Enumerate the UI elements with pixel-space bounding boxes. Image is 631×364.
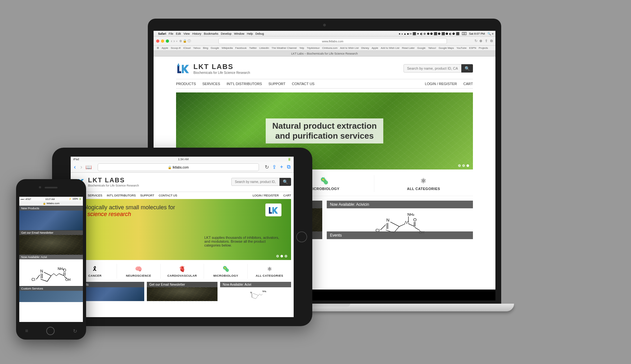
sidebar-icon[interactable]: ▫ [176,39,177,43]
zoom-window-button[interactable] [166,39,169,43]
menu-edit[interactable]: Edit [176,32,181,35]
bookmark-item[interactable]: Google [211,47,219,49]
shield-icon[interactable]: ⊕ 🔒 ⓘ [179,39,191,43]
tab-title[interactable]: LKT Labs – Biochemicals for Life Science… [291,52,358,55]
carousel-dot-active[interactable] [467,164,469,167]
carousel-dot[interactable] [458,164,461,167]
tablet-home-button[interactable] [296,231,307,242]
nav-login[interactable]: LOGIN / REGISTER [425,82,457,86]
bookmark-item[interactable]: iCloud [183,47,191,49]
bookmark-item[interactable]: Wikipedia [222,47,233,49]
bookmark-item[interactable]: Facebook [235,47,246,49]
phone-home-button[interactable] [46,327,55,335]
hero-carousel[interactable]: Biologically active small molecules forl… [73,199,291,260]
category-neuro[interactable]: 🧠 NEUROSCIENCE [117,264,160,279]
app-name[interactable]: Safari [158,32,166,35]
nav-services[interactable]: SERVICES [88,194,102,197]
bookmark-item[interactable]: Disney [361,47,369,49]
bookmark-item[interactable]: Add to Wish List [340,47,359,49]
bookmark-item[interactable]: Yahoo [193,47,200,49]
bookmarks-grid-icon[interactable]: ⊞ [157,47,159,49]
tabs-icon[interactable]: ⧉ [490,39,493,43]
category-all[interactable]: ⚛ ALL CATEGORIES [247,264,291,279]
nav-services[interactable]: SERVICES [202,82,220,86]
bookmark-item[interactable]: Projects [479,47,488,49]
nav-intl[interactable]: INT'L DISTRIBUTORS [227,82,262,86]
bookmark-item[interactable]: Add to Wish List [381,47,399,49]
card-acivicin[interactable]: Now Available: Acivi Cl N NH₂ [19,255,83,286]
bookmark-item[interactable]: Read Later [402,47,415,49]
share-icon[interactable]: ⇪ [272,164,276,170]
bookmark-item[interactable]: YouTube [457,47,467,49]
reload-icon[interactable]: ↻ [475,39,477,43]
search-input[interactable] [404,64,461,73]
nav-login[interactable]: LOGIN / REGISTER [253,194,279,197]
bookmark-item[interactable]: Apple [162,47,168,49]
card-custom-services[interactable]: Custom Services [19,286,83,302]
menubar-date-icon[interactable]: 22 [462,32,467,35]
bookmark-item[interactable]: Google [417,47,426,49]
menubar-icons[interactable]: ♠ ⬧ ▲ ⬟ ∞ ⬛ ★ ◐ ⊕ ⬢ ⬟ ⬛ ⬟ ⬛ ⬟ ◐ ⬟ ⬛ [399,32,459,35]
bookmark-item[interactable]: TripAdvisor [307,47,320,49]
nav-cart[interactable]: CART [283,194,291,197]
back-button[interactable]: ‹ [74,164,76,170]
nav-products[interactable]: PRODUCTS [176,82,196,86]
bookmark-item[interactable]: ESPN [469,47,476,49]
bookmark-item[interactable]: Twitter [249,47,257,49]
nav-intl[interactable]: INT'L DISTRIBUTORS [107,194,136,197]
bookmark-item[interactable]: Google Maps [439,47,454,49]
logo-block[interactable]: LKT LABS Biochemicals for Life Science R… [176,62,250,74]
spotlight-icon[interactable]: 🔍 ≡ [487,32,493,35]
bookmark-item[interactable]: The Weather Channel [271,47,297,49]
bookmark-item[interactable]: LinkedIn [259,47,269,49]
menu-debug[interactable]: Debug [255,32,264,35]
carousel-dot[interactable] [462,164,465,167]
nav-support[interactable]: SUPPORT [268,82,285,86]
card-acivicin[interactable]: Now Available: Acivi N NH₂ [220,282,291,301]
bookmark-item[interactable]: Cimbura.com [322,47,338,49]
search-input[interactable] [231,178,280,186]
bookmark-item[interactable]: Yahoo! [428,47,436,49]
back-button[interactable]: ‹ [171,39,172,43]
menu-develop[interactable]: Develop [221,32,231,35]
download-icon[interactable]: ⊕ [479,39,482,43]
menu-window[interactable]: Window [234,32,244,35]
bookmark-item[interactable]: Apple [372,47,378,49]
nav-support[interactable]: SUPPORT [140,194,154,197]
carousel-dot[interactable] [285,255,287,257]
bookmark-item[interactable]: Yelp [299,47,304,49]
address-bar[interactable]: www.lktlabs.com [218,38,447,44]
search-button[interactable]: 🔍 [461,64,473,73]
address-bar[interactable]: 🔒 lktlabs.com [98,163,259,171]
card-new-products[interactable]: New Products [19,206,83,230]
address-bar[interactable]: 🔒 lktlabs.com [19,201,83,206]
search-button[interactable]: 🔍 [280,178,291,186]
carousel-dot-active[interactable] [280,255,283,257]
menu-file[interactable]: File [169,32,173,35]
card-newsletter[interactable]: Get our Email Newsletter [147,282,218,301]
reload-icon[interactable]: ↻ [265,164,269,170]
nav-contact[interactable]: CONTACT US [292,82,315,86]
menu-history[interactable]: History [192,32,201,35]
nav-cart[interactable]: CART [463,82,473,86]
forward-button[interactable]: › [173,39,175,43]
card-acivicin[interactable]: Now Available: Acivicin Cl N [327,201,473,239]
category-all[interactable]: ⚛ ALL CATEGORIES [374,175,473,192]
nav-contact[interactable]: CONTACT US [159,194,177,197]
category-micro[interactable]: 🦠 MICROBIOLOGY [204,264,247,279]
menu-view[interactable]: View [183,32,190,35]
carousel-dot[interactable] [276,255,279,257]
menubar-clock[interactable]: Sat 8:07 PM [469,32,485,35]
close-window-button[interactable] [156,39,159,43]
minimize-window-button[interactable] [161,39,164,43]
card-newsletter[interactable]: Get our Email Newsletter [19,230,83,255]
phone-menu-icon[interactable]: ≡ [25,328,28,334]
forward-button[interactable]: › [80,164,82,170]
category-cardio[interactable]: 🫀 CARDIOVASCULAR [160,264,204,279]
book-icon[interactable]: 📖 [85,164,92,170]
phone-back-icon[interactable]: ↻ [73,328,77,334]
menu-help[interactable]: Help [247,32,253,35]
add-icon[interactable]: + [280,164,283,170]
bookmark-item[interactable]: Scoop.it! [171,47,181,49]
bookmark-item[interactable]: Bing [203,47,208,49]
